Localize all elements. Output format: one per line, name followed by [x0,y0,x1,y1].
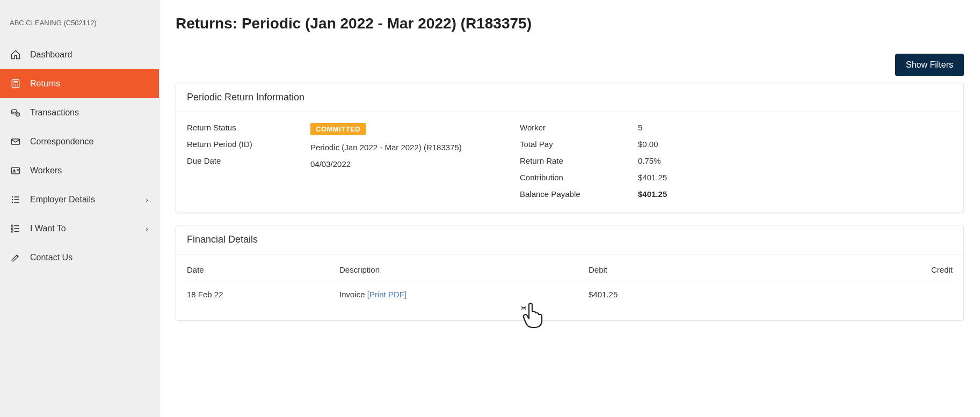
periodic-return-header: Periodic Return Information [176,83,963,112]
sidebar-item-employer-details[interactable]: Employer Details › [0,185,159,214]
sidebar-item-label: Contact Us [30,253,72,262]
due-date-label: Due Date [187,156,294,165]
sidebar-item-label: Returns [30,79,60,89]
svg-rect-1 [13,81,18,83]
calculator-icon [10,78,21,90]
sidebar-item-label: Employer Details [30,195,95,204]
sidebar-item-contact-us[interactable]: Contact Us [0,243,159,272]
sidebar-item-label: Dashboard [30,50,72,60]
row-date: 18 Feb 22 [187,290,339,299]
sidebar-item-transactions[interactable]: $ Transactions [0,98,159,127]
sidebar-item-label: I Want To [30,224,66,233]
id-card-icon [10,165,21,177]
balance-payable-value: $401.25 [638,189,953,199]
svg-rect-11 [12,139,20,144]
chevron-right-icon: › [146,195,148,204]
worker-value: 5 [638,123,953,132]
return-period-label: Return Period (ID) [187,140,294,149]
sidebar-item-i-want-to[interactable]: I Want To › [0,214,159,243]
sidebar: ABC CLEANING (C502112) Dashboard Returns… [0,0,159,417]
print-pdf-link[interactable]: [Print PDF] [367,290,406,299]
svg-text:$: $ [17,113,19,116]
column-date: Date [187,265,339,274]
contribution-label: Contribution [520,173,622,182]
financial-details-card: Financial Details Date Description Debit… [176,225,964,321]
due-date-value: 04/03/2022 [310,159,504,169]
svg-rect-22 [12,225,13,226]
row-credit [793,290,953,299]
chevron-right-icon: › [146,224,148,233]
financial-table-header: Date Description Debit Credit [187,265,953,282]
row-description-text: Invoice [339,290,367,299]
column-description: Description [339,265,589,274]
total-pay-value: $0.00 [638,140,953,149]
svg-point-5 [13,85,14,86]
column-credit: Credit [793,265,953,274]
svg-point-7 [17,85,18,86]
row-debit: $401.25 [589,290,793,299]
total-pay-label: Total Pay [520,140,622,149]
return-rate-value: 0.75% [638,156,953,165]
list-icon [10,194,21,206]
sidebar-item-dashboard[interactable]: Dashboard [0,40,159,69]
svg-point-16 [12,196,13,198]
show-filters-button[interactable]: Show Filters [895,54,964,76]
filters-row: Show Filters [176,54,964,76]
svg-point-20 [12,202,13,203]
home-icon [10,49,21,61]
svg-point-18 [12,199,13,201]
periodic-return-card: Periodic Return Information Return Statu… [176,83,964,213]
sidebar-item-label: Workers [30,166,62,175]
svg-point-13 [13,170,15,171]
envelope-icon [10,136,21,148]
sidebar-item-label: Transactions [30,108,79,118]
svg-rect-24 [12,228,13,230]
page-title: Returns: Periodic (Jan 2022 - Mar 2022) … [176,15,964,32]
worker-label: Worker [520,123,622,132]
row-description: Invoice [Print PDF] [339,290,589,299]
sidebar-item-correspondence[interactable]: Correspondence [0,127,159,156]
sidebar-item-workers[interactable]: Workers [0,156,159,185]
list-check-icon [10,223,21,235]
table-row: 18 Feb 22 Invoice [Print PDF] $401.25 [187,282,953,306]
svg-rect-26 [12,231,13,232]
column-debit: Debit [589,265,793,274]
contribution-value: $401.25 [638,173,953,182]
svg-point-8 [12,109,17,112]
sidebar-item-returns[interactable]: Returns [0,69,159,98]
svg-point-3 [15,84,16,85]
return-status-label: Return Status [187,123,294,132]
status-badge: COMMITTED [310,123,366,135]
pencil-icon [10,252,21,264]
sidebar-org-label: ABC CLEANING (C502112) [0,11,159,40]
coins-icon: $ [10,107,21,119]
return-rate-label: Return Rate [520,156,622,165]
main-content: Returns: Periodic (Jan 2022 - Mar 2022) … [159,0,980,417]
return-period-value: Periodic (Jan 2022 - Mar 2022) (R183375) [310,143,504,152]
balance-payable-label: Balance Payable [520,189,622,199]
svg-point-4 [17,84,18,85]
sidebar-item-label: Correspondence [30,137,93,147]
svg-point-2 [13,84,14,85]
svg-point-6 [15,85,16,86]
financial-details-header: Financial Details [176,225,963,254]
